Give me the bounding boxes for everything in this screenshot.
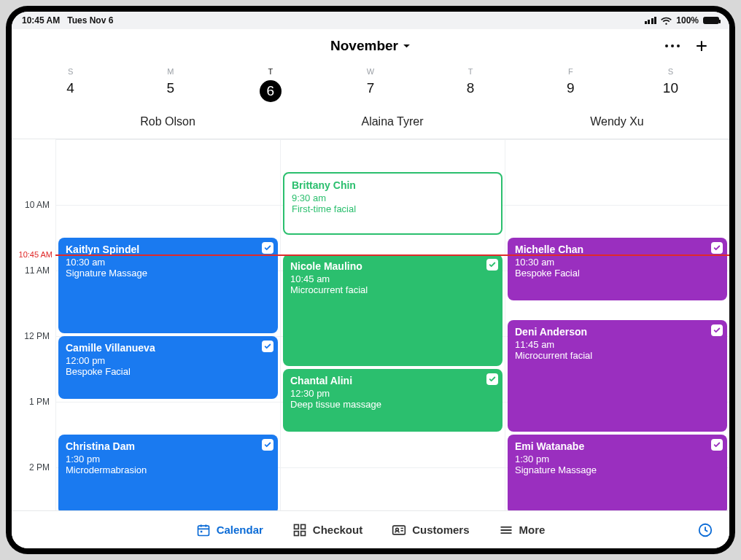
day-column[interactable]: F9: [521, 64, 621, 109]
check-icon: [711, 242, 723, 254]
time-label: 11 AM: [25, 265, 50, 276]
now-indicator: [55, 254, 729, 256]
clock-button[interactable]: [697, 522, 713, 538]
time-axis: 10 AM11 AM12 PM1 PM2 PM10:45 AM: [12, 139, 55, 510]
appointment-service: Deep tissue massage: [290, 399, 495, 410]
chevron-down-icon: [403, 44, 411, 49]
day-column[interactable]: S10: [621, 64, 721, 109]
appointment-time: 10:30 am: [66, 257, 271, 268]
nav-checkout[interactable]: Checkout: [292, 523, 362, 537]
appointment-service: Microdermabrasion: [66, 464, 271, 475]
battery-pct: 100%: [676, 15, 699, 26]
staff-column[interactable]: Brittany Chin9:30 amFirst-time facialNic…: [280, 139, 505, 510]
nav-customers[interactable]: Customers: [392, 523, 469, 537]
day-column[interactable]: T8: [421, 64, 521, 109]
day-column[interactable]: T6: [220, 64, 320, 109]
staff-row: Rob Olson Alaina Tyrer Wendy Xu: [12, 109, 729, 139]
more-options-button[interactable]: [665, 44, 680, 47]
day-column[interactable]: W7: [320, 64, 420, 109]
svg-rect-1: [200, 530, 202, 532]
svg-rect-5: [300, 531, 305, 535]
day-column[interactable]: M5: [120, 64, 220, 109]
appointment-card[interactable]: Brittany Chin9:30 amFirst-time facial: [283, 172, 503, 235]
cellular-icon: [645, 17, 657, 24]
appointment-name: Nicole Maulino: [290, 260, 495, 272]
appointment-card[interactable]: Emi Watanabe1:30 pmSignature Massage: [508, 435, 727, 510]
appointment-card[interactable]: Christina Dam1:30 pmMicrodermabrasion: [58, 435, 278, 510]
check-icon: [711, 439, 723, 451]
top-bar: November +: [12, 29, 729, 63]
nav-label: Checkout: [313, 524, 362, 536]
appointment-card[interactable]: Chantal Alini12:30 pmDeep tissue massage: [283, 369, 503, 432]
nav-label: Calendar: [217, 524, 263, 536]
time-label: 10 AM: [25, 200, 50, 210]
nav-label: Customers: [412, 524, 469, 536]
app-content: November + S4M5T6W7T8F9S10 Rob Olson Ala…: [12, 29, 729, 548]
day-number: 8: [421, 80, 521, 96]
appointment-service: Bespoke Facial: [515, 268, 720, 279]
month-label: November: [330, 38, 398, 54]
day-number: 5: [120, 80, 220, 96]
status-date: Tues Nov 6: [67, 15, 113, 26]
schedule-grid[interactable]: 10 AM11 AM12 PM1 PM2 PM10:45 AM Kaitlyn …: [12, 139, 729, 510]
nav-more[interactable]: More: [499, 523, 546, 537]
check-icon: [711, 324, 723, 336]
staff-column[interactable]: Kaitlyn Spindel10:30 amSignature Massage…: [55, 139, 280, 510]
status-time: 10:45 AM: [22, 15, 60, 26]
screen: 10:45 AM Tues Nov 6 100% November: [12, 12, 729, 548]
appointment-card[interactable]: Michelle Chan10:30 amBespoke Facial: [508, 238, 727, 300]
check-icon: [262, 439, 273, 451]
day-number: 9: [521, 80, 621, 96]
appointment-time: 12:00 pm: [66, 355, 271, 366]
appointment-time: 10:45 am: [290, 273, 495, 284]
day-number: 7: [320, 80, 420, 96]
week-row: S4M5T6W7T8F9S10: [12, 64, 729, 109]
appointment-card[interactable]: Deni Anderson11:45 amMicrocurrent facial: [508, 320, 727, 432]
status-bar: 10:45 AM Tues Nov 6 100%: [12, 12, 729, 29]
day-number: 6: [260, 80, 282, 102]
staff-column[interactable]: Michelle Chan10:30 amBespoke FacialDeni …: [505, 139, 729, 510]
customers-icon: [392, 523, 406, 537]
day-column[interactable]: S4: [20, 64, 120, 109]
battery-icon: [703, 17, 719, 24]
wifi-icon: [661, 17, 672, 25]
appointment-time: 1:30 pm: [66, 454, 271, 464]
add-button[interactable]: +: [696, 36, 707, 56]
day-number: 10: [621, 80, 721, 96]
appointment-service: Signature Massage: [515, 464, 720, 475]
nav-calendar[interactable]: Calendar: [196, 523, 263, 537]
now-label: 10:45 AM: [19, 250, 53, 259]
bottom-nav: Calendar Checkout Customers More: [12, 510, 729, 548]
appointment-card[interactable]: Nicole Maulino10:45 amMicrocurrent facia…: [283, 254, 503, 367]
staff-column-header[interactable]: Rob Olson: [55, 109, 280, 139]
appointment-time: 1:30 pm: [515, 454, 720, 464]
appointment-name: Deni Anderson: [515, 326, 720, 338]
appointment-service: Bespoke Facial: [66, 366, 271, 377]
svg-rect-4: [294, 531, 298, 535]
check-icon: [486, 259, 498, 271]
day-letter: S: [621, 67, 721, 76]
svg-rect-2: [294, 524, 298, 529]
appointment-service: First-time facial: [292, 203, 494, 214]
day-letter: T: [421, 67, 521, 76]
tablet-frame: 10:45 AM Tues Nov 6 100% November: [6, 6, 735, 554]
day-letter: W: [320, 67, 420, 76]
appointment-service: Signature Massage: [66, 268, 271, 279]
staff-column-header[interactable]: Alaina Tyrer: [280, 109, 505, 139]
time-label: 1 PM: [29, 397, 50, 407]
appointment-service: Microcurrent facial: [515, 350, 720, 361]
appointment-card[interactable]: Kaitlyn Spindel10:30 amSignature Massage: [58, 238, 278, 333]
check-icon: [262, 341, 273, 352]
appointment-name: Emi Watanabe: [515, 440, 720, 452]
staff-column-header[interactable]: Wendy Xu: [505, 109, 729, 139]
svg-rect-3: [300, 524, 305, 529]
day-letter: S: [20, 67, 120, 76]
day-letter: T: [220, 67, 320, 76]
appointment-card[interactable]: Camille Villanueva12:00 pmBespoke Facial: [58, 336, 278, 399]
appointment-name: Chantal Alini: [290, 375, 495, 386]
appointment-time: 10:30 am: [515, 257, 720, 268]
month-selector[interactable]: November: [330, 38, 411, 54]
checkout-icon: [292, 523, 307, 537]
check-icon: [486, 373, 498, 385]
svg-rect-0: [198, 526, 209, 535]
